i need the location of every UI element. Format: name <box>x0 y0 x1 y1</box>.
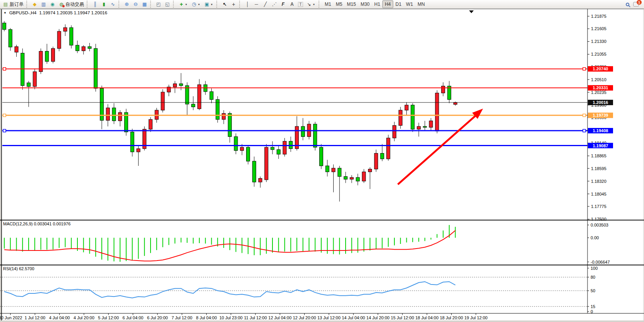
candle-body <box>325 166 329 172</box>
time-axis-label: 7 Jul 12:00 <box>171 315 192 320</box>
pivot-line-handle[interactable] <box>583 114 586 117</box>
zoom-out-button[interactable]: ⊖ <box>131 0 140 8</box>
support-line-2-price-tag-label: 1.19087 <box>593 143 608 148</box>
candle-body <box>130 132 134 152</box>
rsi-indicator-label: RSI(14) 62.5700 <box>3 266 34 271</box>
price-axis-label: 1.18320 <box>591 179 606 184</box>
arrange-cascade-button[interactable]: ◰ <box>154 0 163 8</box>
chart-dropdown-icon[interactable]: ▼ <box>3 11 7 15</box>
timeframe-button-h1[interactable]: H1 <box>372 0 382 8</box>
templates-button[interactable]: ▣ ▾ <box>202 0 215 8</box>
pivot-line-handle[interactable] <box>3 114 6 117</box>
candle-body <box>161 92 164 110</box>
crosshair-icon: + <box>231 0 236 8</box>
line-chart-button[interactable]: ∿ <box>108 0 117 8</box>
time-axis-label: 12 Jul 20:00 <box>293 315 316 320</box>
candle-body <box>3 23 6 29</box>
autotrading-globe-icon: ◍ <box>58 0 64 8</box>
time-axis-label: 4 Jul 20:00 <box>74 315 94 320</box>
shapes-button[interactable]: ↘ ▾ <box>305 0 317 8</box>
toolbar-grip <box>173 1 175 8</box>
chevron-down-icon: ▾ <box>313 3 316 6</box>
candle-body <box>27 83 31 87</box>
notifications-icon[interactable]: 1 <box>633 2 639 7</box>
candle-body <box>21 53 24 85</box>
rsi-axis-label: 80 <box>591 275 595 279</box>
periods-button[interactable]: ◷ ▾ <box>190 0 202 8</box>
timeframe-button-h4[interactable]: H4 <box>382 0 393 8</box>
candle-body <box>240 147 244 150</box>
bar-chart-button[interactable]: ║ <box>91 0 99 8</box>
time-axis-label: 10 Jul 23:00 <box>219 315 243 320</box>
candle-body <box>137 149 140 152</box>
add-chart-button[interactable]: + ▾ <box>177 0 190 8</box>
text-label-button[interactable]: T <box>296 0 305 8</box>
candle-body <box>454 102 457 104</box>
candle-body <box>399 110 402 126</box>
time-axis-label: 5 Jul 12:00 <box>98 315 119 320</box>
chart-canvas[interactable]: 1.218751.216051.213301.210551.207801.205… <box>0 9 644 322</box>
time-axis-label: 18 Jul 20:00 <box>440 315 463 320</box>
macd-axis-label: -0.006647 <box>591 260 610 264</box>
time-axis-label: 14 Jul 20:00 <box>367 315 390 320</box>
candle-body <box>118 112 122 121</box>
timeframe-button-m30[interactable]: M30 <box>358 0 372 8</box>
candle-body <box>192 104 195 107</box>
fibonacci-button[interactable]: F <box>279 0 288 8</box>
pivot-line-price-tag-label: 1.19739 <box>593 113 608 118</box>
cursor-button[interactable]: ↖ <box>220 0 229 8</box>
time-axis-label: 15 Jul 12:00 <box>391 315 414 320</box>
candle-body <box>247 147 250 161</box>
timeframe-button-m5[interactable]: M5 <box>334 0 345 8</box>
candle-body <box>179 84 183 86</box>
candle-body <box>393 126 396 138</box>
timeframe-button-m1[interactable]: M1 <box>322 0 334 8</box>
text-button[interactable]: A <box>288 0 296 8</box>
zoom-in-button[interactable]: ⊕ <box>122 0 131 8</box>
candle-body <box>88 47 91 49</box>
data-window-button[interactable]: ◉ <box>48 0 57 8</box>
new-order-button[interactable]: ▤ 新订单 <box>1 0 25 8</box>
horizontal-line-button[interactable]: ─ <box>252 0 261 8</box>
timeframe-group: M1M5M15M30H1H4D1W1MN <box>322 0 427 8</box>
vertical-line-button[interactable]: │ <box>243 0 252 8</box>
candle-body <box>350 177 353 179</box>
timeframe-button-d1[interactable]: D1 <box>393 0 404 8</box>
trendline-button[interactable]: ╱ <box>261 0 270 8</box>
autotrading-button[interactable]: ◍ 自动交易 <box>57 0 86 8</box>
timeframe-button-m15[interactable]: M15 <box>344 0 358 8</box>
channel-button[interactable]: ⋰ <box>270 0 279 8</box>
candle-body <box>259 178 262 182</box>
candle-body <box>380 153 384 159</box>
tile-windows-button[interactable]: ▦ <box>140 0 149 8</box>
candle-body <box>51 48 55 61</box>
resistance-line-1-handle[interactable] <box>583 68 586 70</box>
bar-chart-icon: ║ <box>92 0 98 8</box>
chart-shift-marker[interactable] <box>469 10 474 13</box>
search-icon[interactable] <box>626 3 629 6</box>
crosshair-button[interactable]: + <box>229 0 238 8</box>
candlestick-chart-button[interactable]: ▮ <box>99 0 108 8</box>
notification-badge: 1 <box>637 0 642 5</box>
text-label-icon: T <box>298 2 303 7</box>
candle-body <box>210 92 213 99</box>
time-axis-label: 19 Jul 12:00 <box>464 315 488 320</box>
chevron-down-icon: ▾ <box>198 3 201 6</box>
main-toolbar: ▤ 新订单 ◆ ▥ ◉ ◍ 自动交易 ║ ▮ ∿ ⊕ ⊖ ▦ ◰ ◱ + ▾ <box>0 0 644 9</box>
support-line-1-handle[interactable] <box>583 129 586 132</box>
price-axis-label: 1.20510 <box>591 77 606 82</box>
candle-body <box>277 150 280 154</box>
market-watch-button[interactable]: ◆ <box>30 0 39 8</box>
arrange-tile-button[interactable]: ◱ <box>163 0 172 8</box>
navigator-button[interactable]: ▥ <box>39 0 48 8</box>
vertical-line-icon: │ <box>245 0 250 8</box>
resistance-line-1-handle[interactable] <box>3 68 6 70</box>
candle-body <box>76 45 79 51</box>
timeframe-button-w1[interactable]: W1 <box>404 0 415 8</box>
candle-body <box>362 172 366 181</box>
bottom-window-edge <box>0 320 644 322</box>
candle-body <box>289 141 293 148</box>
support-line-1-handle[interactable] <box>3 129 6 132</box>
timeframe-button-mn[interactable]: MN <box>415 0 427 8</box>
candle-body <box>82 47 85 51</box>
